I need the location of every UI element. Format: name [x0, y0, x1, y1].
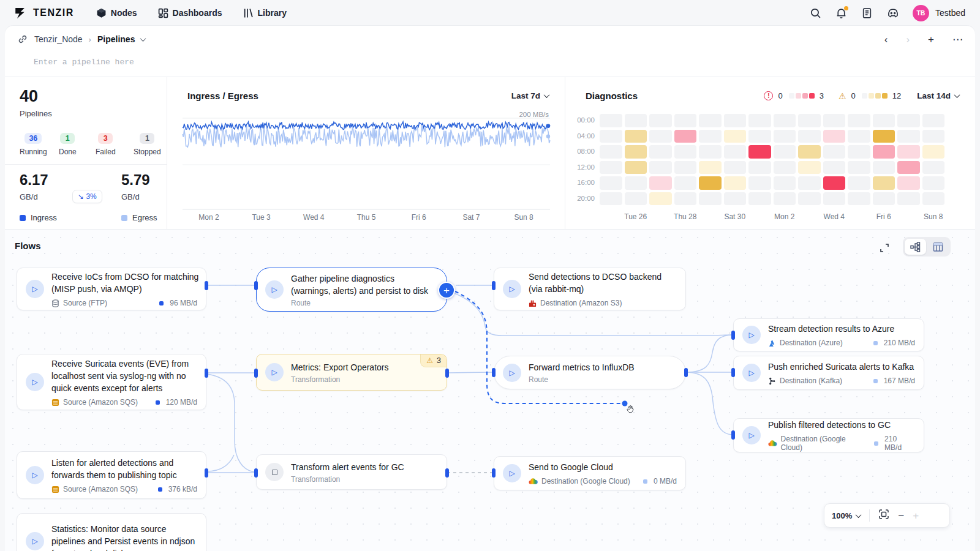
heatmap-cell[interactable] — [748, 192, 771, 206]
zoom-in-button[interactable]: + — [913, 511, 919, 521]
heatmap-cell[interactable] — [897, 130, 920, 143]
connection-port[interactable] — [731, 331, 735, 340]
avatar[interactable]: TB — [913, 5, 929, 21]
heatmap-cell[interactable] — [873, 114, 895, 127]
heatmap-cell[interactable] — [798, 145, 821, 159]
heatmap-cell[interactable] — [873, 145, 895, 159]
breadcrumb-page[interactable]: Pipelines — [97, 34, 135, 44]
pipeline-state-stopped-icon[interactable] — [265, 463, 284, 481]
heatmap-cell[interactable] — [724, 114, 747, 127]
flow-card-forward[interactable]: ▷Forward metrics to InfluxDBRoute — [494, 356, 686, 389]
pipeline-state-running-icon[interactable]: ▷ — [265, 280, 284, 299]
heatmap-cell[interactable] — [748, 145, 771, 159]
heatmap-cell[interactable] — [823, 145, 846, 159]
heatmap-cell[interactable] — [649, 145, 672, 159]
docs-icon[interactable] — [861, 7, 873, 19]
heatmap-cell[interactable] — [724, 161, 747, 174]
heatmap-cell[interactable] — [748, 130, 771, 143]
pipeline-input[interactable]: Enter a pipeline here — [34, 58, 134, 67]
page-switcher-chevron-icon[interactable] — [140, 36, 146, 42]
heatmap-cell[interactable] — [748, 161, 771, 174]
heatmap-cell[interactable] — [674, 114, 697, 127]
heatmap-cell[interactable] — [625, 145, 647, 159]
heatmap-cell[interactable] — [798, 114, 821, 127]
new-pipeline-button[interactable]: + — [928, 34, 934, 45]
heatmap-cell[interactable] — [625, 130, 647, 143]
heatmap-cell[interactable] — [699, 192, 722, 206]
flow-card-send-dcso[interactable]: ▷Send detections to DCSO backend(via rab… — [494, 268, 686, 310]
more-options-button[interactable]: ⋯ — [952, 34, 963, 45]
pipeline-state-running-icon[interactable]: ▷ — [26, 373, 44, 391]
heatmap-cell[interactable] — [873, 161, 895, 174]
heatmap-cell[interactable] — [649, 192, 672, 206]
heatmap-cell[interactable] — [600, 114, 622, 127]
history-back-button[interactable]: ‹ — [884, 34, 888, 45]
discord-icon[interactable] — [887, 7, 899, 19]
search-icon[interactable] — [810, 7, 822, 19]
connection-port[interactable] — [205, 281, 208, 290]
pipeline-state-running-icon[interactable]: ▷ — [503, 464, 521, 482]
add-connection-button[interactable]: + — [438, 282, 455, 299]
heatmap-cell[interactable] — [699, 130, 722, 143]
heatmap-cell[interactable] — [873, 176, 895, 190]
flow-card-publish-gc[interactable]: ▷Publish filtered detections to GCDestin… — [733, 418, 924, 452]
flow-card-metrics[interactable]: ▷Metrics: Export OperatorsTransformation… — [256, 354, 447, 391]
connection-port[interactable] — [731, 368, 735, 377]
breadcrumb-node[interactable]: Tenzir_Node — [34, 34, 83, 44]
heatmap-cell[interactable] — [798, 130, 821, 143]
heatmap-cell[interactable] — [600, 192, 622, 206]
history-forward-button[interactable]: › — [906, 34, 910, 45]
heatmap-cell[interactable] — [922, 145, 945, 159]
heatmap-cell[interactable] — [873, 192, 895, 206]
connection-port[interactable] — [731, 430, 735, 440]
heatmap-cell[interactable] — [823, 192, 846, 206]
notifications-bell-icon[interactable] — [835, 7, 848, 19]
flow-card-statistics[interactable]: ▷Statistics: Monitor data sourcepipeline… — [17, 513, 206, 551]
heatmap-cell[interactable] — [674, 161, 697, 174]
heatmap-cell[interactable] — [748, 114, 771, 127]
connection-port[interactable] — [445, 369, 449, 378]
heatmap-cell[interactable] — [674, 192, 697, 206]
heatmap-cell[interactable] — [748, 176, 771, 190]
pipeline-state-running-icon[interactable]: ▷ — [26, 466, 44, 484]
flow-card-stream-azure[interactable]: ▷Stream detection results to AzureDestin… — [733, 318, 924, 351]
heatmap-cell[interactable] — [798, 192, 821, 206]
zoom-level-dropdown[interactable]: 100% — [832, 511, 861, 520]
heatmap-cell[interactable] — [774, 130, 796, 143]
heatmap-cell[interactable] — [897, 114, 920, 127]
flow-card-iocs[interactable]: ▷Receive IoCs from DCSO for matching(MIS… — [17, 268, 206, 310]
heatmap-cell[interactable] — [674, 130, 697, 143]
heatmap-cell[interactable] — [774, 176, 796, 190]
heatmap-cell[interactable] — [600, 161, 622, 174]
connection-port[interactable] — [445, 468, 449, 478]
connection-port[interactable] — [205, 369, 208, 378]
pipeline-state-running-icon[interactable]: ▷ — [742, 426, 761, 444]
heatmap-cell[interactable] — [897, 161, 920, 174]
flow-card-send-gc[interactable]: ▷Send to Google CloudDestination (Google… — [494, 456, 686, 490]
heatmap-cell[interactable] — [674, 176, 697, 190]
heatmap-cell[interactable] — [848, 192, 870, 206]
heatmap-cell[interactable] — [699, 176, 722, 190]
heatmap-cell[interactable] — [897, 176, 920, 190]
heatmap-cell[interactable] — [848, 145, 870, 159]
nav-item-library[interactable]: Library — [243, 8, 287, 18]
tenzir-logo[interactable]: TENZIR — [15, 7, 74, 19]
heatmap-cell[interactable] — [649, 176, 672, 190]
heatmap-cell[interactable] — [649, 114, 672, 127]
heatmap-cell[interactable] — [873, 130, 895, 143]
connection-port[interactable] — [492, 281, 496, 290]
nav-item-nodes[interactable]: Nodes — [96, 8, 137, 18]
flows-canvas[interactable]: Flows — [5, 230, 975, 551]
heatmap-cell[interactable] — [724, 130, 747, 143]
heatmap-cell[interactable] — [922, 192, 945, 206]
pipeline-state-running-icon[interactable]: ▷ — [26, 280, 44, 298]
pipeline-state-running-icon[interactable]: ▷ — [503, 364, 521, 382]
pipeline-state-running-icon[interactable]: ▷ — [503, 280, 521, 298]
nav-item-dashboards[interactable]: Dashboards — [158, 8, 222, 18]
heatmap-cell[interactable] — [625, 192, 647, 206]
heatmap-cell[interactable] — [848, 114, 870, 127]
warning-count-badge[interactable]: ⚠3 — [420, 354, 447, 367]
fit-view-button[interactable] — [878, 509, 889, 522]
pipeline-state-running-icon[interactable]: ▷ — [742, 326, 761, 344]
heatmap-cell[interactable] — [823, 130, 846, 143]
